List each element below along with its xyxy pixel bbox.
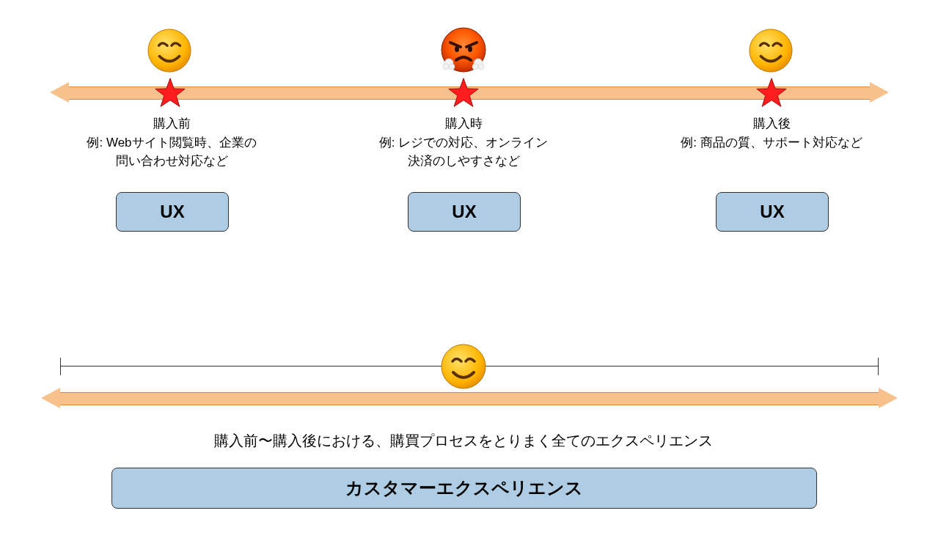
- stage-example: 例: Webサイト閲覧時、企業の 問い合わせ対応など: [70, 133, 273, 171]
- svg-marker-13: [757, 78, 786, 106]
- svg-point-14: [441, 345, 486, 388]
- svg-marker-1: [155, 78, 185, 106]
- svg-point-12: [750, 29, 792, 72]
- star-icon: [154, 77, 186, 109]
- ux-box-3: UX: [716, 192, 829, 232]
- cx-caption: 購入前〜購入後における、購買プロセスをとりまく全てのエクスペリエンス: [170, 431, 757, 451]
- arrow-left-icon: [41, 388, 60, 408]
- cx-box: カスタマーエクスペリエンス: [111, 468, 817, 509]
- svg-marker-11: [449, 78, 478, 106]
- happy-face-icon: [147, 28, 192, 73]
- svg-point-9: [472, 64, 478, 70]
- svg-point-0: [148, 29, 191, 72]
- happy-face-icon: [440, 343, 486, 388]
- angry-face-icon: [440, 26, 486, 72]
- star-icon: [447, 77, 480, 109]
- cx-label: カスタマーエクスペリエンス: [345, 476, 583, 500]
- ux-label: UX: [760, 202, 784, 222]
- timeline-bottom-bar: [60, 392, 879, 405]
- stage-text-3: 購入後 例: 商品の質、サポート対応など: [670, 114, 873, 152]
- arrow-left-icon: [50, 82, 69, 103]
- stage-title: 購入前: [70, 114, 273, 133]
- svg-point-4: [468, 46, 472, 52]
- stage-text-1: 購入前 例: Webサイト閲覧時、企業の 問い合わせ対応など: [70, 114, 273, 171]
- stage-example: 例: 商品の質、サポート対応など: [670, 133, 873, 152]
- stage-title: 購入後: [670, 114, 873, 133]
- ux-label: UX: [452, 202, 476, 222]
- arrow-right-icon: [879, 388, 898, 408]
- stage-example: 例: レジでの対応、オンライン 決済のしやすさなど: [362, 133, 565, 171]
- star-icon: [755, 77, 788, 109]
- ux-label: UX: [160, 202, 184, 222]
- ux-box-1: UX: [116, 192, 229, 232]
- svg-point-10: [478, 64, 484, 70]
- svg-point-6: [443, 64, 449, 70]
- svg-point-7: [449, 64, 455, 70]
- happy-face-icon: [748, 28, 794, 73]
- arrow-right-icon: [870, 82, 889, 103]
- stage-text-2: 購入時 例: レジでの対応、オンライン 決済のしやすさなど: [362, 114, 565, 171]
- stage-title: 購入時: [362, 114, 565, 133]
- svg-point-3: [455, 46, 459, 52]
- ux-box-2: UX: [408, 192, 521, 232]
